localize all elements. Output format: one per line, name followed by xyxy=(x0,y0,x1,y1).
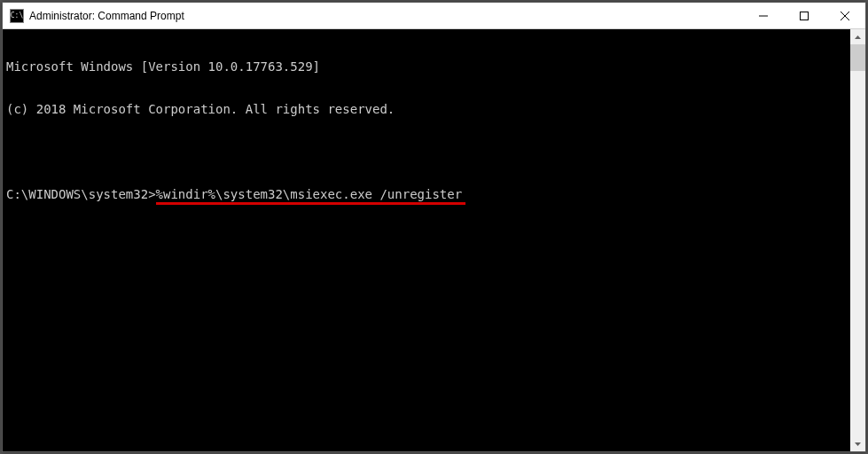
terminal-output[interactable]: Microsoft Windows [Version 10.0.17763.52… xyxy=(3,29,850,451)
window-controls xyxy=(743,3,865,28)
scroll-thumb[interactable] xyxy=(850,44,865,71)
scroll-up-button[interactable] xyxy=(850,29,865,44)
titlebar[interactable]: C:\ Administrator: Command Prompt xyxy=(3,3,865,29)
terminal-line: (c) 2018 Microsoft Corporation. All righ… xyxy=(6,102,847,116)
prompt: C:\WINDOWS\system32> xyxy=(6,187,156,201)
terminal-command-line: C:\WINDOWS\system32>%windir%\system32\ms… xyxy=(6,187,847,201)
command-prompt-window: C:\ Administrator: Command Prompt Micros… xyxy=(2,2,866,452)
window-title: Administrator: Command Prompt xyxy=(29,10,743,22)
close-button[interactable] xyxy=(825,3,865,28)
scroll-track[interactable] xyxy=(850,44,865,436)
command-text-content: %windir%\system32\msiexec.exe /unregiste… xyxy=(156,187,463,201)
svg-marker-5 xyxy=(855,442,861,446)
cmd-icon-text: C:\ xyxy=(11,12,23,20)
svg-rect-1 xyxy=(801,12,809,20)
typed-command: %windir%\system32\msiexec.exe /unregiste… xyxy=(156,187,463,201)
maximize-button[interactable] xyxy=(784,3,825,28)
cmd-icon: C:\ xyxy=(10,9,24,23)
minimize-button[interactable] xyxy=(743,3,784,28)
terminal-blank-line xyxy=(6,145,847,159)
red-underline-annotation xyxy=(156,202,466,205)
svg-marker-4 xyxy=(855,35,861,39)
content-area: Microsoft Windows [Version 10.0.17763.52… xyxy=(3,29,865,451)
terminal-line: Microsoft Windows [Version 10.0.17763.52… xyxy=(6,59,847,74)
scroll-down-button[interactable] xyxy=(850,436,865,451)
vertical-scrollbar[interactable] xyxy=(850,29,865,451)
